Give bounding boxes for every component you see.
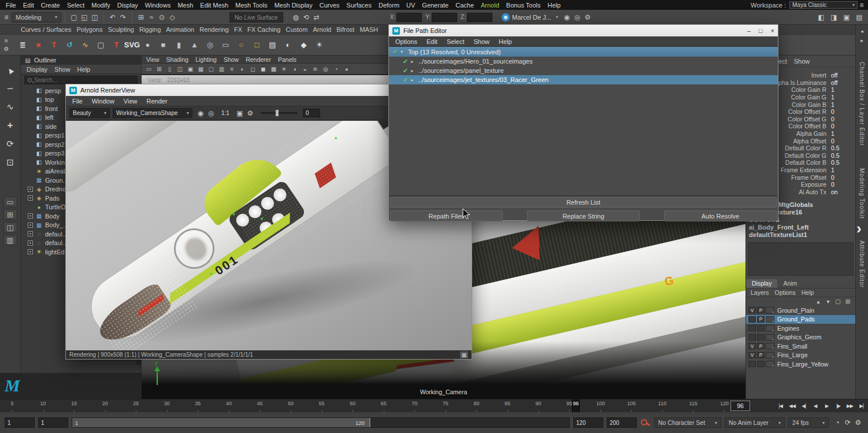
layer-editor-tab[interactable]: Anim — [777, 279, 803, 288]
layer-editor-menu-item[interactable]: Help — [802, 289, 814, 296]
play-backwards-button[interactable]: ◀ — [810, 401, 821, 411]
shelf-mesh-light-icon[interactable]: ◆ — [296, 37, 311, 53]
layer-playback-toggle[interactable]: P — [757, 316, 765, 323]
camera-dropdown[interactable]: Working_CameraShape ▾ — [113, 108, 192, 118]
z-input[interactable] — [467, 13, 492, 22]
account-dropdown[interactable]: ☻ Marcel De J... ▾ — [499, 13, 561, 21]
shelf-cube-icon[interactable]: ■ — [155, 37, 171, 53]
attribute-value[interactable]: 0 — [831, 116, 855, 123]
attribute-value[interactable]: 0 — [831, 174, 855, 181]
shelf-tab[interactable]: Curves / Surfaces — [21, 26, 71, 33]
viewport-menu-item[interactable]: Lighting — [195, 56, 217, 63]
refresh-list-button[interactable]: Refresh List — [390, 197, 777, 208]
live-surface-field[interactable]: No Live Surface — [229, 12, 283, 23]
menu-item[interactable]: Generate — [418, 2, 452, 9]
range-slider[interactable]: 1 120 — [72, 417, 570, 428]
menu-item[interactable]: Edit — [20, 2, 38, 9]
menu-item[interactable]: Arnold — [477, 2, 503, 9]
loop-icon[interactable]: ⟳ — [843, 417, 853, 428]
menu-item[interactable]: Curves — [316, 2, 343, 9]
attribute-value[interactable]: 1 — [831, 166, 855, 173]
viewport-menu-item[interactable]: Show — [224, 56, 239, 63]
open-scene-icon[interactable]: ◱ — [79, 12, 90, 23]
anim-layer-dropdown[interactable]: No Anim Layer ▾ — [725, 417, 785, 428]
attribute-value[interactable]: 0.5 — [831, 145, 855, 151]
toggle-panels-icon[interactable]: ◨ — [828, 12, 840, 23]
shelf-menu-icon[interactable]: ≡ — [2, 38, 10, 45]
fps-dropdown[interactable]: 24 fps ▾ — [788, 417, 829, 428]
fpe-menu-item[interactable]: Help — [495, 38, 516, 45]
new-scene-icon[interactable]: ▢ — [69, 12, 79, 23]
display-settings-icon[interactable]: ⚙ — [245, 108, 255, 119]
animation-end-field[interactable]: 200 — [607, 417, 637, 428]
shelf-svg-icon[interactable]: SVG — [124, 37, 140, 53]
shelf-circle-icon[interactable]: ○ — [233, 37, 249, 53]
attribute-value[interactable]: off — [831, 79, 855, 86]
auto-keyframe-icon[interactable] — [640, 418, 651, 427]
shelf-type-icon[interactable]: T — [46, 37, 62, 53]
step-back-key-button[interactable]: ◀◀ — [787, 401, 797, 411]
time-slider[interactable]: 5101520253035404550556065707580859095100… — [0, 399, 868, 412]
fpe-menu-item[interactable]: Edit — [422, 38, 442, 45]
snapshot-icon[interactable]: ◉ — [195, 108, 206, 119]
attribute-value[interactable]: off — [831, 72, 855, 79]
attribute-value[interactable]: on — [831, 188, 855, 195]
shelf-tab[interactable]: Animation — [166, 26, 194, 33]
exposure-icon[interactable]: ◔ — [331, 64, 341, 73]
chevron-right-icon[interactable]: ▸ — [411, 59, 416, 64]
playback-speed-icon[interactable]: ◔ — [832, 417, 843, 428]
layer-visibility-toggle[interactable]: V — [748, 307, 756, 313]
symmetry-icon[interactable]: ⇄ — [311, 12, 322, 23]
construction-history-icon[interactable]: ⟲ — [301, 12, 311, 23]
arnold-menu-item[interactable]: Render — [143, 98, 172, 105]
hud-icon[interactable]: ≡ — [227, 64, 237, 73]
file-path-root-row[interactable]: ✔ ▾ Top (13 Resolved, 0 Unresolved) — [389, 47, 778, 57]
chevron-down-icon[interactable]: ▾ — [400, 49, 405, 54]
attribute-value[interactable]: 1 — [831, 86, 855, 93]
shelf-sphere-icon[interactable]: ● — [140, 37, 155, 53]
layer-playback-toggle[interactable]: P — [757, 352, 765, 358]
viewport-menu-item[interactable]: Panels — [278, 56, 296, 63]
scale-tool-icon[interactable]: ⊡ — [3, 155, 18, 170]
layer-playback-toggle[interactable] — [757, 325, 765, 331]
layer-display-type-box[interactable] — [766, 325, 774, 331]
shaded-icon[interactable]: ◼ — [258, 64, 268, 73]
snap-grid-icon[interactable]: ⊞ — [136, 12, 146, 23]
layer-editor-tab[interactable]: Display — [746, 279, 777, 288]
snap-curve-icon[interactable]: ≈ — [146, 12, 157, 23]
attribute-value[interactable]: 1 — [831, 94, 855, 101]
animation-start-field[interactable]: 1 — [5, 417, 35, 428]
shelf-tab[interactable]: MASH — [359, 26, 378, 33]
ao-icon[interactable]: ◒ — [300, 64, 310, 73]
rotate-tool-icon[interactable]: ⟳ — [3, 136, 18, 151]
new-layer-icon[interactable]: ⊞ — [844, 298, 852, 305]
four-pane-layout-icon[interactable]: ⊞ — [3, 209, 17, 220]
file-path-editor-window[interactable]: M File Path Editor – □ × OptionsEditSele… — [388, 24, 778, 221]
file-path-list[interactable]: ✔ ▾ Top (13 Resolved, 0 Unresolved) ✔ ▸ … — [389, 47, 778, 196]
attribute-value[interactable]: 0.5 — [831, 159, 855, 166]
lights-icon[interactable]: ☀ — [279, 64, 289, 73]
arnold-menu-item[interactable]: Window — [88, 98, 118, 105]
single-pane-icon[interactable]: ▣ — [840, 12, 853, 23]
chevron-right-icon[interactable]: ▸ — [411, 68, 416, 73]
outliner-menu-item[interactable]: Show — [54, 66, 71, 73]
outliner-pane-layout-icon[interactable]: ▥ — [3, 235, 17, 245]
menu-item[interactable]: Surfaces — [343, 2, 375, 9]
file-path-row[interactable]: ✔ ▸ ../sourceimages/jet_textures/03_Race… — [389, 75, 778, 84]
auto-resolve-button[interactable]: Auto Resolve — [664, 210, 777, 221]
window-titlebar[interactable]: M File Path Editor – □ × — [389, 25, 778, 36]
display-layer-row[interactable]: V P Fins_Large — [746, 351, 855, 360]
shelf-cone-icon[interactable]: ▲ — [187, 37, 202, 53]
node-section-label[interactable]: ai_Body_Front_Left — [746, 224, 855, 231]
sidebar-tab[interactable]: Attribute Editor — [859, 240, 865, 288]
resolution-gate-icon[interactable]: ◫ — [175, 64, 185, 73]
layer-visibility-toggle[interactable]: V — [748, 343, 756, 349]
shelf-tab[interactable]: FX — [234, 26, 242, 33]
empty-layer-icon[interactable]: ▢ — [834, 298, 842, 305]
menu-item[interactable]: Create — [38, 2, 64, 9]
shelf-tab[interactable]: Arnold — [313, 26, 331, 33]
layer-display-type-box[interactable] — [766, 316, 774, 323]
layer-editor-menu-item[interactable]: Options — [775, 289, 796, 296]
expand-toggle-icon[interactable]: + — [28, 223, 33, 228]
slider-knob[interactable] — [276, 110, 279, 116]
